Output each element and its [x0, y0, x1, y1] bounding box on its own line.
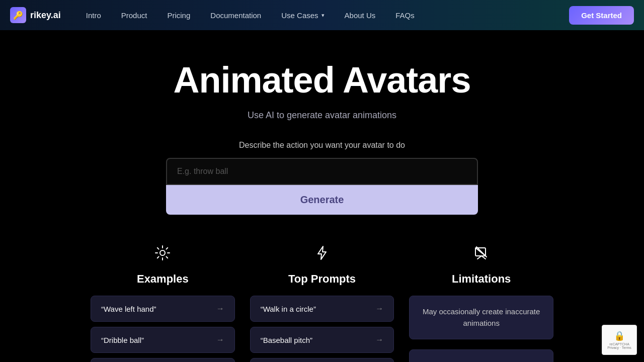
examples-column: Examples “Wave left hand” → “Dribble bal…: [91, 245, 235, 362]
generate-button[interactable]: Generate: [166, 185, 478, 215]
limitations-icon: [473, 245, 490, 264]
hero-subtitle: Use AI to generate avatar animations: [248, 110, 396, 121]
svg-line-5: [157, 248, 159, 249]
nav-about-us[interactable]: About Us: [335, 0, 386, 30]
limitation-item-1-text: May occasionally create inaccurate anima…: [423, 307, 540, 327]
examples-icon: [154, 245, 171, 264]
cards-section: Examples “Wave left hand” → “Dribble bal…: [80, 245, 564, 362]
top-prompts-items: “Walk in a circle” → “Baseball pitch” → …: [250, 296, 394, 362]
limitation-item-2: Can only create: [409, 349, 553, 362]
recaptcha-text: reCAPTCHAPrivacy · Terms: [607, 342, 631, 349]
nav-use-cases[interactable]: Use Cases: [271, 0, 334, 30]
main-content: Animated Avatars Use AI to generate avat…: [0, 30, 644, 362]
logo-text: rikey.ai: [30, 10, 61, 21]
examples-title: Examples: [137, 273, 189, 286]
recaptcha-badge: 🔒 reCAPTCHAPrivacy · Terms: [602, 325, 637, 355]
nav-documentation[interactable]: Documentation: [200, 0, 271, 30]
svg-line-6: [167, 257, 168, 258]
input-label: Describe the action you want your avatar…: [166, 141, 478, 150]
svg-line-8: [157, 257, 159, 258]
example-item-2[interactable]: “Dribble ball” →: [91, 327, 235, 353]
example-item-2-arrow: →: [216, 335, 224, 344]
logo[interactable]: 🔑 rikey.ai: [10, 7, 61, 23]
top-prompts-icon: [314, 245, 330, 264]
limitations-title: Limitations: [452, 273, 511, 286]
prompt-item-3[interactable]: “Spin clockwise” →: [250, 358, 394, 362]
svg-point-0: [160, 250, 165, 255]
prompt-item-1-arrow: →: [375, 304, 383, 313]
limitations-items: May occasionally create inaccurate anima…: [409, 296, 553, 362]
limitation-item-1: May occasionally create inaccurate anima…: [409, 296, 553, 339]
example-item-2-text: “Dribble ball”: [101, 336, 144, 344]
prompt-item-1[interactable]: “Walk in a circle” →: [250, 296, 394, 322]
top-prompts-column: Top Prompts “Walk in a circle” → “Baseba…: [250, 245, 394, 362]
nav-faqs[interactable]: FAQs: [385, 0, 425, 30]
get-started-button[interactable]: Get Started: [569, 6, 634, 25]
nav-links: Intro Product Pricing Documentation Use …: [76, 0, 569, 30]
prompt-item-2-text: “Baseball pitch”: [261, 336, 312, 344]
example-item-1-text: “Wave left hand”: [101, 305, 156, 313]
prompt-item-1-text: “Walk in a circle”: [261, 305, 316, 313]
navbar: 🔑 rikey.ai Intro Product Pricing Documen…: [0, 0, 644, 30]
top-prompts-title: Top Prompts: [288, 273, 356, 286]
action-input[interactable]: [166, 158, 478, 185]
nav-pricing[interactable]: Pricing: [157, 0, 200, 30]
prompt-item-2-arrow: →: [375, 335, 383, 344]
limitations-column: Limitations May occasionally create inac…: [409, 245, 553, 362]
example-item-3[interactable]: “Jump on one leg” →: [91, 358, 235, 362]
prompt-item-2[interactable]: “Baseball pitch” →: [250, 327, 394, 353]
recaptcha-logo-icon: 🔒: [614, 330, 625, 341]
nav-product[interactable]: Product: [111, 0, 157, 30]
svg-line-7: [167, 248, 168, 249]
example-item-1[interactable]: “Wave left hand” →: [91, 296, 235, 322]
examples-items: “Wave left hand” → “Dribble ball” → “Jum…: [91, 296, 235, 362]
nav-intro[interactable]: Intro: [76, 0, 111, 30]
example-item-1-arrow: →: [216, 304, 224, 313]
input-section: Describe the action you want your avatar…: [166, 141, 478, 215]
hero-title: Animated Avatars: [174, 60, 471, 100]
logo-icon: 🔑: [10, 7, 26, 23]
